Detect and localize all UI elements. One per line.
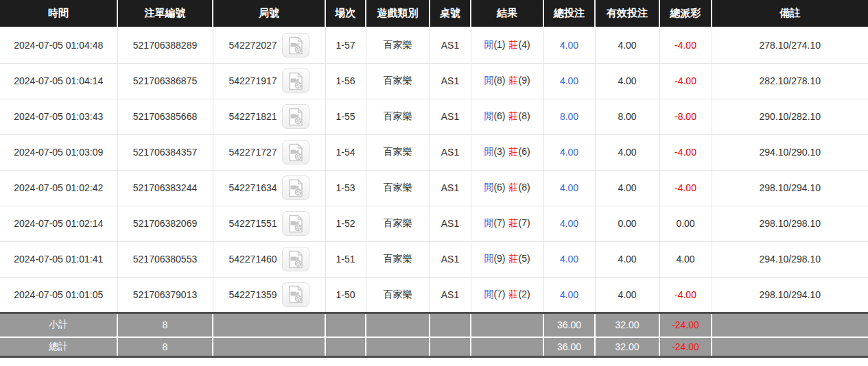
cell-session: 1-54: [325, 134, 366, 170]
col-header-table-no: 桌號: [430, 0, 471, 27]
cell-total-payout: 4.00: [659, 241, 712, 277]
video-replay-button[interactable]: [282, 33, 309, 58]
col-header-bet-id: 注單編號: [117, 0, 213, 27]
cell-bet-id: 521706383244: [117, 170, 213, 206]
cell-time: 2024-07-05 01:01:41: [0, 241, 117, 277]
cell-total-payout: -4.00: [659, 170, 712, 206]
video-replay-button[interactable]: [282, 175, 309, 200]
cell-bet-id: 521706384357: [117, 134, 213, 170]
video-replay-button[interactable]: [282, 104, 309, 129]
cell-bet-id: 521706379013: [117, 277, 213, 313]
cell-valid-bet: 4.00: [595, 241, 659, 277]
result-player-value: (6): [493, 182, 505, 193]
video-replay-button[interactable]: [282, 140, 309, 164]
cell-session: 1-56: [325, 63, 366, 99]
result-player-value: (3): [493, 146, 505, 157]
summary-count: 8: [117, 313, 213, 337]
cell-table-no: AS1: [430, 241, 471, 277]
cell-game-type: 百家樂: [366, 170, 430, 206]
cell-valid-bet: 4.00: [595, 277, 659, 313]
summary-count: 8: [117, 337, 213, 356]
cell-time: 2024-07-05 01:02:14: [0, 206, 117, 241]
cell-remark: 298.10/294.10: [712, 277, 868, 313]
cell-bet-id: 521706386875: [117, 63, 213, 99]
cell-bet-id: 521706385668: [117, 99, 213, 134]
table-header-row: 時間 注單編號 局號 場次 遊戲類別 桌號 結果 總投注 有效投注 總派彩 備註: [0, 0, 868, 27]
result-player-label: 閒: [484, 253, 493, 264]
result-banker-label: 莊: [509, 146, 519, 157]
result-player-label: 閒: [484, 146, 493, 157]
table-row: 2024-07-05 01:03:43 521706385668 5422718…: [0, 99, 868, 134]
col-header-remark: 備註: [712, 0, 868, 27]
result-player-label: 閒: [484, 182, 493, 193]
cell-total-bet[interactable]: 4.00: [543, 134, 595, 170]
summary-row: 小計 8 36.00 32.00 -24.00: [0, 313, 868, 337]
cell-result: 閒(8)莊(9): [471, 63, 543, 99]
cell-total-payout: -8.00: [659, 99, 712, 134]
cell-valid-bet: 4.00: [595, 63, 659, 99]
result-banker-label: 莊: [509, 253, 519, 264]
summary-total-bet: 36.00: [543, 337, 595, 356]
result-player-label: 閒: [484, 110, 493, 121]
cell-valid-bet: 0.00: [595, 206, 659, 241]
video-file-icon: [288, 72, 304, 90]
cell-total-bet[interactable]: 4.00: [543, 170, 595, 206]
result-banker-value: (6): [519, 146, 530, 157]
cell-total-payout: -4.00: [659, 277, 712, 313]
video-replay-button[interactable]: [282, 247, 309, 271]
col-header-total-payout: 總派彩: [659, 0, 712, 27]
cell-total-payout: -4.00: [659, 27, 712, 63]
round-id-text: 542271460: [228, 254, 277, 265]
result-banker-label: 莊: [509, 39, 519, 50]
cell-round-id: 542271359: [213, 277, 325, 313]
cell-time: 2024-07-05 01:02:42: [0, 170, 117, 206]
cell-total-bet[interactable]: 8.00: [543, 99, 595, 134]
result-player-label: 閒: [484, 75, 493, 86]
cell-valid-bet: 4.00: [595, 134, 659, 170]
video-file-icon: [288, 108, 304, 126]
summary-valid-bet: 32.00: [595, 313, 659, 337]
cell-time: 2024-07-05 01:04:14: [0, 63, 117, 99]
col-header-result: 結果: [471, 0, 543, 27]
cell-game-type: 百家樂: [366, 27, 430, 63]
summary-label: 總計: [0, 337, 117, 356]
table-row: 2024-07-05 01:01:41 521706380553 5422714…: [0, 241, 868, 277]
cell-result: 閒(3)莊(6): [471, 134, 543, 170]
cell-round-id: 542271727: [213, 134, 325, 170]
result-banker-label: 莊: [509, 75, 519, 86]
result-banker-value: (4): [519, 39, 530, 50]
result-banker-label: 莊: [509, 110, 519, 121]
round-id-text: 542272027: [228, 40, 277, 51]
cell-remark: 294.10/298.10: [712, 241, 868, 277]
table-footer: 小計 8 36.00 32.00 -24.00 總計 8 36.00 32.00…: [0, 313, 868, 356]
video-replay-button[interactable]: [282, 282, 309, 307]
cell-game-type: 百家樂: [366, 277, 430, 313]
result-banker-value: (8): [519, 110, 530, 121]
summary-row: 總計 8 36.00 32.00 -24.00: [0, 337, 868, 356]
cell-round-id: 542271460: [213, 241, 325, 277]
result-player-label: 閒: [484, 217, 493, 228]
cell-result: 閒(6)莊(8): [471, 99, 543, 134]
cell-total-bet[interactable]: 4.00: [543, 27, 595, 63]
cell-table-no: AS1: [430, 206, 471, 241]
cell-total-bet[interactable]: 4.00: [543, 63, 595, 99]
cell-valid-bet: 4.00: [595, 170, 659, 206]
video-replay-button[interactable]: [282, 211, 309, 236]
cell-table-no: AS1: [430, 99, 471, 134]
cell-total-bet[interactable]: 4.00: [543, 206, 595, 241]
cell-session: 1-51: [325, 241, 366, 277]
cell-game-type: 百家樂: [366, 63, 430, 99]
cell-session: 1-57: [325, 27, 366, 63]
cell-game-type: 百家樂: [366, 206, 430, 241]
cell-session: 1-55: [325, 99, 366, 134]
cell-total-bet[interactable]: 4.00: [543, 241, 595, 277]
round-id-text: 542271821: [228, 111, 277, 122]
round-id-text: 542271359: [228, 289, 277, 300]
cell-time: 2024-07-05 01:03:09: [0, 134, 117, 170]
summary-total-payout: -24.00: [659, 337, 712, 356]
cell-game-type: 百家樂: [366, 99, 430, 134]
result-banker-value: (7): [519, 217, 530, 228]
video-replay-button[interactable]: [282, 69, 309, 93]
round-id-text: 542271917: [228, 75, 277, 86]
cell-total-bet[interactable]: 4.00: [543, 277, 595, 313]
